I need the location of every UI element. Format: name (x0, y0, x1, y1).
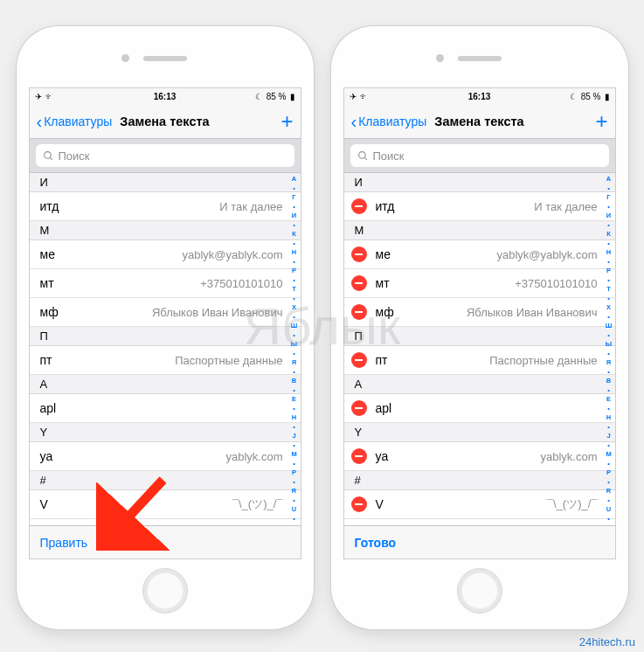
shortcut-key: итд (376, 199, 395, 213)
phone-left: ✈ ᯤ 16:13 ☾ 85 % ▮ ‹ Клавиатуры Замена т… (17, 26, 314, 629)
section-header: П (344, 327, 615, 346)
nav-title: Замена текста (120, 114, 209, 128)
shortcut-row[interactable]: птПаспортные данные (344, 346, 615, 375)
shortcut-key: мф (40, 305, 59, 319)
shortcut-row[interactable]: меyablyk@yablyk.com (30, 240, 301, 269)
back-button[interactable]: ‹ Клавиатуры (37, 113, 113, 130)
home-button[interactable] (457, 568, 502, 614)
dnd-moon-icon: ☾ (570, 92, 578, 101)
search-bar[interactable]: Поиск (30, 139, 301, 173)
section-header: A (30, 375, 301, 394)
shortcut-phrase: yablyk@yablyk.com (496, 248, 602, 261)
section-header: A (344, 375, 615, 394)
shortcut-key: пт (376, 353, 388, 367)
shortcut-phrase: Паспортные данные (175, 354, 287, 367)
shortcut-row[interactable]: apl (344, 394, 615, 423)
nav-bar: ‹ Клавиатуры Замена текста + (30, 104, 301, 139)
shortcut-row[interactable]: apl (30, 394, 301, 423)
shortcut-phrase: Яблыков Иван Иванович (152, 306, 288, 319)
status-time: 16:13 (154, 92, 177, 101)
shortcut-key: ya (376, 449, 389, 463)
section-header: И (30, 173, 301, 192)
shortcut-key: ме (40, 247, 55, 261)
airplane-icon: ✈ (350, 92, 357, 101)
shortcut-key: мф (376, 305, 394, 319)
back-label: Клавиатуры (358, 114, 426, 128)
shortcut-phrase: ¯\_(ツ)_/¯ (232, 496, 288, 512)
battery-text: 85 % (267, 92, 287, 101)
shortcut-phrase: yablyk@yablyk.com (182, 248, 287, 261)
status-bar: ✈ ᯤ 16:13 ☾ 85 % ▮ (30, 88, 301, 104)
svg-point-2 (358, 151, 365, 158)
shortcut-row[interactable]: мфЯблыков Иван Иванович (30, 298, 301, 327)
delete-icon[interactable] (351, 275, 367, 291)
home-button[interactable] (142, 568, 188, 614)
section-header: # (30, 471, 301, 490)
svg-line-3 (364, 157, 367, 160)
shortcut-phrase: yablyk.com (540, 450, 602, 463)
source-credit: 24hitech.ru (579, 635, 635, 649)
svg-point-0 (44, 151, 51, 158)
shortcut-row[interactable]: мт+375010101010 (30, 269, 301, 298)
wifi-icon: ᯤ (45, 92, 54, 101)
shortcut-list[interactable]: ИитдИ так далееМмеyablyk@yablyk.comмт+37… (344, 173, 615, 525)
screen-right: ✈ ᯤ 16:13 ☾ 85 % ▮ ‹ Клавиатуры Замена т… (343, 87, 616, 559)
add-button[interactable]: + (280, 111, 293, 132)
shortcut-phrase: Яблыков Иван Иванович (467, 306, 603, 319)
section-header: Y (30, 423, 301, 442)
screen-left: ✈ ᯤ 16:13 ☾ 85 % ▮ ‹ Клавиатуры Замена т… (29, 87, 301, 559)
shortcut-key: итд (40, 199, 59, 213)
delete-icon[interactable] (351, 400, 367, 416)
delete-icon[interactable] (351, 304, 367, 320)
chevron-left-icon: ‹ (37, 113, 43, 130)
shortcut-row[interactable]: yayablyk.com (30, 442, 301, 471)
shortcut-row[interactable]: мфЯблыков Иван Иванович (344, 298, 615, 327)
nav-bar: ‹ Клавиатуры Замена текста + (344, 104, 615, 139)
delete-icon[interactable] (351, 246, 367, 262)
search-placeholder: Поиск (59, 149, 90, 163)
toolbar: Править (30, 525, 301, 558)
shortcut-list[interactable]: ИитдИ так далееМмеyablyk@yablyk.comмт+37… (30, 173, 301, 525)
battery-icon: ▮ (605, 92, 610, 101)
search-icon (43, 150, 54, 162)
back-button[interactable]: ‹ Клавиатуры (351, 113, 427, 130)
add-button[interactable]: + (595, 111, 607, 132)
shortcut-key: apl (376, 401, 392, 415)
shortcut-key: V (376, 497, 384, 511)
phone-right: ✈ ᯤ 16:13 ☾ 85 % ▮ ‹ Клавиатуры Замена т… (331, 26, 628, 629)
shortcut-key: мт (40, 276, 54, 290)
shortcut-row[interactable]: yayablyk.com (344, 442, 615, 471)
section-header: # (344, 471, 615, 490)
dnd-moon-icon: ☾ (255, 92, 263, 101)
nav-title: Замена текста (434, 114, 523, 128)
shortcut-row[interactable]: итдИ так далее (344, 192, 615, 221)
shortcut-row[interactable]: мт+375010101010 (344, 269, 615, 298)
delete-icon[interactable] (351, 198, 367, 214)
search-bar[interactable]: Поиск (344, 139, 615, 173)
shortcut-row[interactable]: итдИ так далее (30, 192, 301, 221)
delete-icon[interactable] (351, 496, 367, 512)
done-button[interactable]: Готово (355, 536, 397, 550)
shortcut-key: apl (40, 401, 57, 415)
status-time: 16:13 (468, 92, 491, 101)
shortcut-phrase: yablyk.com (225, 450, 287, 463)
shortcut-key: ме (376, 247, 391, 261)
svg-line-1 (50, 157, 52, 160)
shortcut-phrase: Паспортные данные (489, 354, 602, 367)
shortcut-phrase: +375010101010 (515, 277, 602, 290)
shortcut-row[interactable]: меyablyk@yablyk.com (344, 240, 615, 269)
section-header: М (30, 221, 301, 240)
delete-icon[interactable] (351, 352, 367, 368)
shortcut-key: мт (376, 276, 390, 290)
section-header: И (344, 173, 615, 192)
shortcut-phrase: ¯\_(ツ)_/¯ (547, 496, 603, 512)
delete-icon[interactable] (351, 448, 367, 464)
back-label: Клавиатуры (44, 114, 112, 128)
battery-icon: ▮ (290, 92, 295, 101)
edit-button[interactable]: Править (40, 536, 88, 550)
shortcut-row[interactable]: V¯\_(ツ)_/¯ (30, 490, 301, 519)
wifi-icon: ᯤ (360, 92, 369, 101)
shortcut-phrase: И так далее (219, 200, 287, 213)
shortcut-row[interactable]: птПаспортные данные (30, 346, 301, 375)
shortcut-row[interactable]: V¯\_(ツ)_/¯ (344, 490, 615, 519)
